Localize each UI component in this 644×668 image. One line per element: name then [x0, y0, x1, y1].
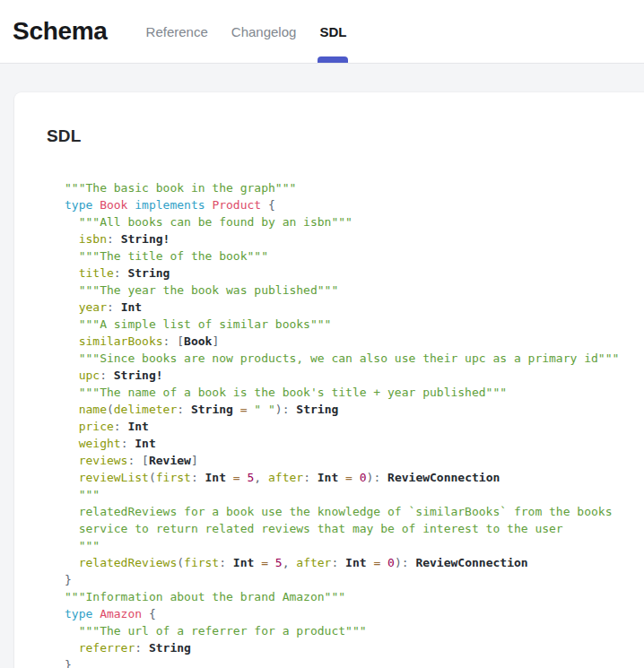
code-line: type Amazon { — [65, 605, 644, 622]
code-line: """ — [65, 486, 644, 503]
code-line: """The name of a book is the book's titl… — [65, 384, 644, 401]
code-line: """All books can be found by an isbn""" — [65, 213, 644, 230]
sdl-card: SDL """The basic book in the graph"""typ… — [14, 92, 644, 668]
code-line: } — [65, 571, 644, 588]
code-line: name(delimeter: String = " "): String — [65, 401, 644, 418]
code-line: """ — [65, 537, 644, 554]
code-line: relatedReviews(first: Int = 5, after: In… — [65, 554, 644, 571]
tab-sdl[interactable]: SDL — [308, 0, 358, 63]
code-line: """Since books are now products, we can … — [65, 350, 644, 367]
sdl-code: """The basic book in the graph"""type Bo… — [65, 179, 644, 668]
code-line: } — [65, 656, 644, 668]
code-line: year: Int — [65, 299, 644, 316]
page-title: Schema — [13, 17, 108, 46]
sdl-heading: SDL — [47, 126, 644, 146]
code-line: reviewList(first: Int = 5, after: Int = … — [65, 469, 644, 486]
code-line: """The basic book in the graph""" — [65, 179, 644, 196]
code-line: """The year the book was published""" — [65, 282, 644, 299]
active-tab-indicator — [318, 56, 348, 63]
code-line: """Information about the brand Amazon""" — [65, 588, 644, 605]
tab-bar: Reference Changelog SDL — [135, 0, 359, 63]
page-header: Schema Reference Changelog SDL — [0, 0, 644, 64]
tab-changelog[interactable]: Changelog — [220, 0, 309, 63]
content-area: SDL """The basic book in the graph"""typ… — [0, 64, 644, 668]
code-line: relatedReviews for a book use the knowle… — [65, 503, 644, 520]
code-line: """The title of the book""" — [65, 247, 644, 265]
code-line: service to return related reviews that m… — [65, 520, 644, 537]
code-line: isbn: String! — [65, 230, 644, 247]
code-line: type Book implements Product { — [65, 196, 644, 213]
code-line: title: String — [65, 265, 644, 282]
code-line: """The url of a referrer for a product""… — [65, 622, 644, 639]
code-line: similarBooks: [Book] — [65, 333, 644, 350]
tab-reference[interactable]: Reference — [135, 0, 220, 63]
code-line: upc: String! — [65, 367, 644, 384]
tab-sdl-label: SDL — [319, 24, 346, 39]
code-line: referrer: String — [65, 639, 644, 656]
code-line: price: Int — [65, 418, 644, 435]
code-line: """A simple list of similar books""" — [65, 316, 644, 333]
code-line: reviews: [Review] — [65, 452, 644, 469]
tab-changelog-label: Changelog — [231, 24, 297, 39]
tab-reference-label: Reference — [146, 24, 208, 39]
code-line: weight: Int — [65, 435, 644, 452]
